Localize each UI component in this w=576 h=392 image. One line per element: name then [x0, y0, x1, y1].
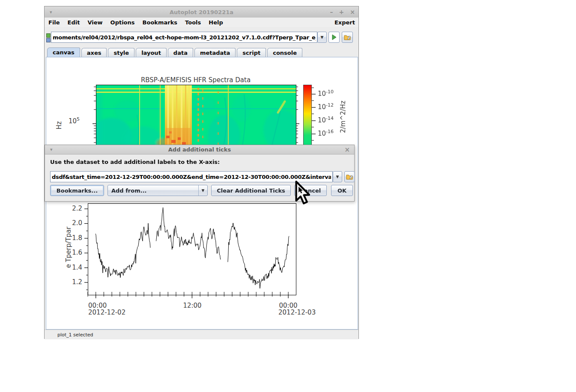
dialog-title: Add additional ticks — [45, 146, 354, 153]
tab-layout[interactable]: layout — [136, 48, 167, 57]
tab-canvas[interactable]: canvas — [47, 48, 80, 57]
window-title: Autoplot 20190221a — [45, 9, 358, 15]
dialog-message: Use the dataset to add additional labels… — [50, 159, 220, 165]
cancel-button[interactable]: Cancel — [294, 185, 327, 196]
maximize-button[interactable]: + — [339, 9, 344, 15]
dataset-uri-input[interactable] — [50, 171, 333, 182]
tab-axes[interactable]: axes — [81, 48, 107, 57]
colorbar-tick-label: 10-12 — [318, 102, 334, 111]
menu-item-file[interactable]: File — [45, 18, 64, 27]
spectrogram-plot[interactable] — [96, 85, 296, 146]
tab-console[interactable]: console — [267, 48, 302, 57]
open-local-file-button[interactable] — [342, 32, 353, 43]
lineplot-ytick-label: 2.2 — [64, 205, 82, 212]
status-text: plot_1 selected — [57, 332, 93, 338]
lineplot-plot[interactable] — [88, 203, 296, 295]
xtick-date-right: 2012-12-03 — [278, 309, 316, 316]
menu-item-tools[interactable]: Tools — [181, 18, 205, 27]
chevron-down-icon: ▼ — [198, 185, 207, 196]
address-input[interactable] — [51, 32, 317, 43]
dialog-open-file-button[interactable] — [344, 171, 355, 182]
minimize-button[interactable]: – — [330, 9, 333, 15]
spectrogram-title: RBSP-A/EMFISIS HFR Spectra Data — [96, 76, 295, 84]
dialog-shade-icon[interactable]: ▾ — [50, 147, 53, 152]
dataset-dropdown-button[interactable]: ▼ — [333, 171, 342, 182]
spectrogram-ytick-label: 105 — [69, 116, 80, 125]
screen: ▾ Autoplot 20190221a – + × FileEditViewO… — [0, 0, 576, 392]
menubar: FileEditViewOptionsBookmarksToolsHelp Ex… — [45, 18, 358, 27]
menu-items: FileEditViewOptionsBookmarksToolsHelp — [45, 18, 227, 27]
tab-style[interactable]: style — [108, 48, 134, 57]
menu-item-view[interactable]: View — [84, 18, 106, 27]
spectrogram-image — [96, 85, 296, 146]
tab-metadata[interactable]: metadata — [194, 48, 236, 57]
colorbar-tick-label: 10-16 — [318, 129, 334, 137]
expert-label: Expert — [334, 19, 358, 26]
colorbar-tick-label: 10-10 — [318, 89, 334, 98]
colorbar-unit-label: 2/m^2/Hz — [339, 98, 347, 136]
lineplot-yaxis-ticks — [84, 203, 88, 294]
lineplot-series — [88, 204, 296, 295]
lineplot-ytick-label: 1.6 — [64, 249, 82, 256]
menu-item-help[interactable]: Help — [205, 18, 227, 27]
chevron-down-icon: ▼ — [336, 175, 339, 179]
add-ticks-dialog: ▾ Add additional ticks × Use the dataset… — [45, 145, 355, 202]
dialog-titlebar[interactable]: ▾ Add additional ticks × — [45, 145, 354, 154]
play-icon — [331, 34, 337, 40]
chevron-down-icon: ▼ — [321, 35, 324, 39]
lineplot-ytick-label: 1.4 — [64, 264, 82, 271]
tab-data[interactable]: data — [168, 48, 193, 57]
colorbar-ticks — [312, 85, 316, 153]
spectrogram-ylabel: Hz — [55, 113, 63, 138]
xtick-date-left: 2012-12-02 — [88, 309, 125, 316]
spectrogram-right-ticks — [296, 85, 300, 145]
spectrogram-yaxis-ticks — [92, 85, 96, 145]
tab-script[interactable]: script — [237, 48, 266, 57]
address-dropdown-button[interactable]: ▼ — [317, 32, 327, 43]
toolbar: ▼ — [45, 27, 358, 48]
window-shade-icon[interactable]: ▾ — [50, 9, 52, 15]
add-from-value: Add from... — [108, 187, 147, 194]
window-titlebar[interactable]: ▾ Autoplot 20190221a – + × — [45, 6, 358, 18]
add-from-combobox[interactable]: Add from... ▼ — [107, 185, 208, 196]
xtick-time-mid: 12:00 — [179, 302, 205, 309]
ok-button[interactable]: OK — [331, 185, 353, 196]
dialog-close-icon[interactable]: × — [344, 145, 350, 154]
menu-item-edit[interactable]: Edit — [64, 18, 84, 27]
lineplot-ytick-label: 1.2 — [64, 278, 82, 286]
autoplot-window: ▾ Autoplot 20190221a – + × FileEditViewO… — [44, 6, 359, 339]
bookmarks-button[interactable]: Bookmarks... — [50, 185, 104, 196]
folder-edit-icon — [344, 34, 351, 41]
colorbar-tick-label: 10-14 — [318, 116, 334, 124]
close-button[interactable]: × — [350, 9, 355, 15]
clear-additional-ticks-button[interactable]: Clear Additional Ticks — [211, 185, 291, 196]
colorbar — [303, 85, 312, 153]
menu-item-bookmarks[interactable]: Bookmarks — [139, 18, 182, 27]
lineplot-ytick-label: 2.0 — [64, 219, 82, 227]
folder-edit-icon — [346, 174, 353, 180]
lineplot-ytick-label: 1.8 — [64, 234, 82, 242]
datasource-indicator-icon — [46, 33, 51, 42]
status-bar: plot_1 selected — [45, 330, 358, 339]
tab-strip: canvasaxesstylelayoutdatametadatascriptc… — [47, 48, 304, 57]
go-button[interactable] — [328, 32, 340, 43]
menu-item-options[interactable]: Options — [107, 18, 139, 27]
lineplot-xaxis-ticks — [88, 294, 295, 300]
